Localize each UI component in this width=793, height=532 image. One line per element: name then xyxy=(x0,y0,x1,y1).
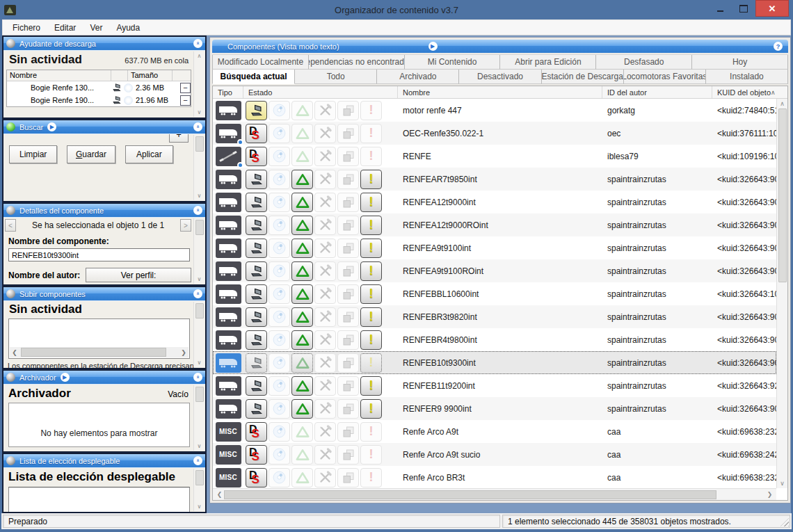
search-header[interactable]: Buscar ▶ » xyxy=(3,120,205,134)
scroll-down-icon[interactable]: ∨ xyxy=(198,360,202,366)
upload-header[interactable]: Subir componentes » xyxy=(3,287,205,300)
panel-menu-play-icon[interactable]: ▶ xyxy=(47,122,56,131)
scroll-thumb[interactable] xyxy=(195,303,204,319)
column-header-name[interactable]: Nombre xyxy=(7,70,111,81)
details-panel-scrollbar[interactable]: ∨ xyxy=(193,218,205,284)
scroll-left-icon[interactable]: ❮ xyxy=(10,349,19,356)
collapse-chevron-icon[interactable]: » xyxy=(193,206,202,215)
scroll-down-icon[interactable]: ∨ xyxy=(780,478,785,488)
menu-item-ayuda[interactable]: Ayuda xyxy=(109,21,147,35)
table-row[interactable]: !RENFEBBL10600intspaintrainzrutas<kuid:3… xyxy=(213,282,776,305)
upload-panel-scrollbar[interactable]: ∨ xyxy=(193,302,205,367)
clear-button[interactable]: Limpiar xyxy=(9,145,57,163)
menu-item-fichero[interactable]: Fichero xyxy=(6,21,47,35)
scroll-up-icon[interactable]: ∧ xyxy=(780,99,785,108)
table-row[interactable]: !RENFEA12t9000ROintspaintrainzrutas<kuid… xyxy=(213,213,776,236)
tab-b-squeda-actual[interactable]: Búsqueda actual xyxy=(212,70,295,84)
scroll-down-icon[interactable]: ∨ xyxy=(198,443,202,449)
scroll-thumb[interactable] xyxy=(195,387,204,402)
download-helper-header[interactable]: Ayudante de descarga » xyxy=(3,37,205,50)
search-panel-scrollbar[interactable]: ∨ xyxy=(193,135,205,200)
scroll-thumb[interactable] xyxy=(224,490,716,499)
collapse-chevron-icon[interactable]: » xyxy=(193,373,202,382)
scroll-thumb[interactable] xyxy=(778,108,787,282)
scroll-thumb[interactable] xyxy=(195,136,204,152)
archiver-list[interactable]: No hay elementos para mostrar xyxy=(8,403,190,447)
components-menu-play-icon[interactable]: ▶ xyxy=(428,42,438,51)
tab-todo[interactable]: Todo xyxy=(295,70,377,84)
scroll-down-icon[interactable]: ∨ xyxy=(198,276,202,282)
scroll-right-icon[interactable]: ❯ xyxy=(765,491,774,498)
picklist-list[interactable] xyxy=(8,487,190,512)
scroll-thumb[interactable] xyxy=(195,220,204,235)
tab-desactivado[interactable]: Desactivado xyxy=(459,70,541,84)
menu-item-ver[interactable]: Ver xyxy=(83,21,109,35)
tab-hoy[interactable]: Hoy xyxy=(692,55,788,70)
maximize-button[interactable] xyxy=(732,0,755,17)
picklist-panel-scrollbar[interactable]: ∨ xyxy=(193,469,205,511)
table-row[interactable]: !RENFEAR7t9850intspaintrainzrutas<kuid:3… xyxy=(213,168,776,191)
table-row[interactable]: !RENFEBR3t9820intspaintrainzrutas<kuid:3… xyxy=(213,305,776,328)
upload-horizontal-scrollbar[interactable]: ❮ ❯ xyxy=(10,347,189,357)
scroll-down-icon[interactable]: ∨ xyxy=(198,503,202,510)
scroll-down-icon[interactable]: ∨ xyxy=(198,193,202,199)
scroll-thumb[interactable] xyxy=(195,470,204,485)
table-row[interactable]: MISCDS!Renfe Arco BR3tcaa<kuid:69638:232 xyxy=(213,466,776,488)
save-button[interactable]: Guardar xyxy=(67,145,115,163)
download-panel-scrollbar[interactable]: ∧ ∨ xyxy=(193,51,205,117)
table-row[interactable]: !RENFEA12t9000intspaintrainzrutas<kuid:3… xyxy=(213,191,776,213)
prev-object-button[interactable]: < xyxy=(5,219,16,232)
apply-button[interactable]: Aplicar xyxy=(125,145,173,163)
close-button[interactable]: ✕ xyxy=(755,0,789,17)
table-row[interactable]: !RENFER9 9900intspaintrainzrutas<kuid:32… xyxy=(213,397,776,420)
download-row[interactable]: Bogie Renfe 130...2.36 MB− xyxy=(7,81,191,94)
table-row[interactable]: DS!RENFEiblesa79<kuid:109196:10 xyxy=(213,145,776,168)
table-row[interactable]: !RENFEA9t9100ROintspaintrainzrutas<kuid:… xyxy=(213,259,776,282)
picklist-header[interactable]: Lista de elección desplegable » xyxy=(3,454,205,467)
collapse-chevron-icon[interactable]: » xyxy=(193,39,202,48)
collapse-chevron-icon[interactable]: » xyxy=(193,289,202,298)
collapse-chevron-icon[interactable]: » xyxy=(193,122,202,131)
table-row[interactable]: !RENFEB10t9300intspaintrainzrutas<kuid:3… xyxy=(213,351,776,374)
minimize-button[interactable] xyxy=(708,0,732,17)
tab-locomotoras-favoritas[interactable]: Locomotoras Favoritas xyxy=(624,70,706,84)
resize-grip[interactable] xyxy=(780,518,789,526)
scroll-thumb[interactable] xyxy=(21,348,166,357)
table-row[interactable]: DS!OEC-Renfe350.022-1oec<kuid:376111:10 xyxy=(213,122,776,145)
table-row[interactable]: !RENFEA9t9100intspaintrainzrutas<kuid:32… xyxy=(213,236,776,259)
grid-vertical-scrollbar[interactable]: ∧ ∨ xyxy=(776,99,787,488)
add-filter-button[interactable]: + xyxy=(169,134,189,143)
column-header-tipo[interactable]: Tipo xyxy=(213,86,243,98)
scroll-down-icon[interactable]: ∨ xyxy=(198,109,202,115)
table-row[interactable]: !motor renfe 447gorkatg<kuid2:74840:51 xyxy=(213,99,776,122)
remove-from-queue-button[interactable]: − xyxy=(180,83,191,93)
scroll-up-icon[interactable]: ∧ xyxy=(198,53,202,59)
column-header-estado[interactable]: Estado xyxy=(243,86,398,98)
next-object-button[interactable]: > xyxy=(180,219,191,232)
column-header-action[interactable] xyxy=(173,70,191,81)
component-name-input[interactable] xyxy=(8,248,190,261)
tab-instalado[interactable]: Instalado xyxy=(706,70,788,84)
column-header-kuid-del-objeto[interactable]: KUID del objeto∧ xyxy=(712,86,776,98)
tab-modificado-localmente[interactable]: Modificado Localmente xyxy=(212,55,309,70)
table-row[interactable]: MISCDS!Renfe Arco A9tcaa<kuid:69638:232 xyxy=(213,420,776,443)
column-header-size[interactable]: Tamaño xyxy=(128,70,173,81)
download-row[interactable]: Bogie Renfe 190...21.96 MB− xyxy=(7,94,191,106)
tab-abrir-para-edici-n[interactable]: Abrir para Edición xyxy=(500,55,596,70)
tab-mi-contenido[interactable]: Mi Contenido xyxy=(405,55,501,70)
table-row[interactable]: !RENFEBR4t9800intspaintrainzrutas<kuid:3… xyxy=(213,328,776,351)
archiver-header[interactable]: Archivador ▶ » xyxy=(3,371,205,384)
details-header[interactable]: Detalles del componente » xyxy=(3,204,205,217)
menu-item-editar[interactable]: Editar xyxy=(47,21,83,35)
panel-menu-play-icon[interactable]: ▶ xyxy=(61,373,70,382)
column-header-nombre[interactable]: Nombre xyxy=(398,86,602,98)
tab-archivado[interactable]: Archivado xyxy=(377,70,459,84)
column-header-id-del-autor[interactable]: ID del autor xyxy=(602,86,712,98)
column-header-icon[interactable] xyxy=(111,70,128,81)
archiver-panel-scrollbar[interactable]: ∨ xyxy=(193,385,205,451)
table-row[interactable]: !RENFEB11t9200intspaintrainzrutas<kuid:3… xyxy=(213,374,776,397)
grid-horizontal-scrollbar[interactable]: ❮ ❯ xyxy=(213,488,776,500)
remove-from-queue-button[interactable]: − xyxy=(180,95,191,106)
table-row[interactable]: MISCDS!Renfe Arco A9t suciocaa<kuid:6963… xyxy=(213,443,776,466)
view-profile-button[interactable]: Ver perfil: xyxy=(86,268,191,282)
